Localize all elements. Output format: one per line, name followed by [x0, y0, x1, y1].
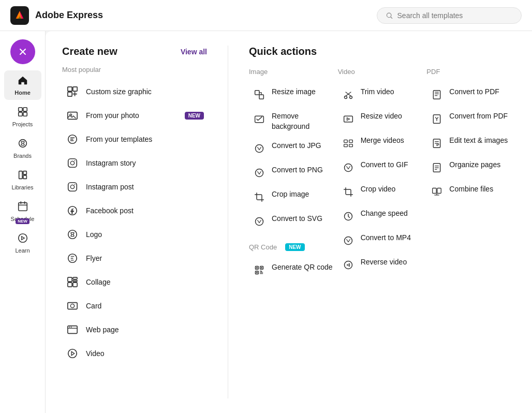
from-templates-label: From your templates	[86, 135, 152, 143]
crop-image-icon	[252, 190, 267, 204]
svg-rect-47	[261, 267, 262, 269]
app-title: Adobe Express	[35, 10, 103, 21]
svg-rect-64	[433, 188, 437, 194]
quick-item-reverse-video[interactable]: Reverse video	[338, 253, 427, 276]
edit-text-images-icon	[430, 136, 444, 151]
brands-icon	[17, 138, 28, 151]
create-item-instagram-post[interactable]: Instagram post	[62, 175, 207, 199]
webpage-icon	[65, 322, 80, 337]
create-item-card[interactable]: Card	[62, 294, 207, 318]
svg-rect-11	[68, 87, 72, 91]
generate-qr-icon	[252, 263, 267, 277]
custom-size-label: Custom size graphic	[86, 87, 152, 96]
create-item-collage[interactable]: Collage	[62, 270, 207, 294]
create-item-from-templates[interactable]: From your templates	[62, 127, 207, 151]
sidebar-item-home[interactable]: Home	[4, 70, 41, 100]
sidebar-item-projects[interactable]: Projects	[4, 102, 41, 131]
svg-point-59	[344, 261, 352, 269]
quick-item-edit-text-images[interactable]: Edit text & images	[426, 131, 515, 155]
quick-item-convert-from-pdf[interactable]: Convert from PDF	[426, 107, 515, 130]
quick-actions-title: Quick actions	[249, 46, 515, 57]
svg-rect-13	[68, 92, 72, 96]
sidebar-item-schedule[interactable]: Schedule NEW	[4, 197, 41, 226]
create-item-custom-size[interactable]: Custom size graphic	[62, 80, 207, 104]
search-input[interactable]	[397, 11, 513, 20]
quick-item-convert-to-pdf[interactable]: Convert to PDF	[426, 83, 515, 106]
webpage-label: Web page	[86, 326, 119, 334]
quick-item-crop-video[interactable]: Crop video	[338, 180, 427, 203]
svg-point-50	[349, 96, 352, 99]
sidebar-item-learn[interactable]: Learn	[4, 228, 41, 258]
resize-video-icon	[341, 112, 356, 126]
resize-image-icon	[252, 87, 267, 102]
quick-item-organize-pages[interactable]: Organize pages	[426, 156, 515, 179]
svg-rect-1	[18, 108, 22, 111]
sidebar-item-libraries[interactable]: Libraries	[4, 165, 41, 195]
svg-rect-38	[259, 95, 263, 99]
crop-image-label: Crop image	[272, 189, 309, 200]
create-item-video[interactable]: Video	[62, 342, 207, 365]
quick-item-convert-svg[interactable]: Convert to SVG	[249, 210, 338, 233]
create-item-logo[interactable]: Logo	[62, 223, 207, 246]
svg-rect-65	[437, 188, 441, 194]
quick-item-merge-videos[interactable]: Merge videos	[338, 131, 427, 155]
resize-image-label: Resize image	[272, 87, 316, 97]
quick-item-remove-bg[interactable]: Remove background	[249, 107, 338, 136]
create-item-flyer[interactable]: Flyer	[62, 246, 207, 270]
quick-item-resize-image[interactable]: Resize image	[249, 83, 338, 106]
svg-point-35	[71, 327, 72, 328]
svg-rect-4	[23, 112, 26, 116]
convert-png-label: Convert to PNG	[272, 165, 323, 175]
svg-rect-27	[73, 277, 77, 279]
svg-point-41	[256, 169, 263, 177]
quick-item-combine-files[interactable]: Combine files	[426, 180, 515, 203]
svg-rect-37	[255, 91, 259, 95]
create-item-instagram-story[interactable]: Instagram story	[62, 151, 207, 175]
quick-item-convert-mp4[interactable]: Convert to MP4	[338, 229, 427, 252]
generate-qr-label: Generate QR code	[272, 262, 333, 273]
from-photo-label: From your photo	[86, 111, 139, 120]
sidebar-projects-label: Projects	[12, 121, 33, 127]
section-divider	[228, 46, 228, 399]
quick-item-change-speed[interactable]: Change speed	[338, 204, 427, 228]
svg-rect-9	[18, 203, 27, 211]
view-all-link[interactable]: View all	[181, 48, 207, 56]
quick-item-convert-jpg[interactable]: Convert to JPG	[249, 137, 338, 160]
svg-point-56	[344, 164, 352, 172]
svg-point-36	[68, 349, 77, 358]
svg-point-58	[344, 237, 352, 245]
app-logo[interactable]	[10, 6, 29, 25]
search-bar[interactable]	[377, 7, 522, 24]
svg-rect-28	[73, 280, 77, 282]
create-item-from-photo[interactable]: From your photo NEW	[62, 104, 207, 127]
edit-text-images-label: Edit text & images	[449, 136, 508, 146]
quick-actions-columns: Image Resize image Remove background	[249, 68, 515, 283]
create-item-facebook-post[interactable]: Facebook post	[62, 199, 207, 223]
organize-pages-icon	[430, 160, 444, 175]
convert-from-pdf-icon	[430, 112, 444, 126]
remove-bg-icon	[252, 112, 267, 126]
video-icon	[65, 346, 80, 361]
quick-item-convert-gif[interactable]: Convert to GIF	[338, 156, 427, 179]
schedule-icon	[17, 201, 28, 214]
quick-item-generate-qr[interactable]: Generate QR code	[249, 258, 338, 282]
create-item-webpage[interactable]: Web page	[62, 318, 207, 342]
content-area: Create new View all Most popular Custom …	[46, 31, 532, 413]
svg-rect-55	[349, 144, 352, 147]
libraries-icon	[17, 169, 28, 182]
convert-to-pdf-icon	[430, 87, 444, 102]
convert-gif-icon	[341, 160, 356, 175]
quick-item-trim-video[interactable]: Trim video	[338, 83, 427, 106]
quick-col-pdf: PDF Convert to PDF Convert from PDF	[426, 68, 515, 283]
svg-point-10	[18, 234, 27, 243]
sidebar-item-brands[interactable]: Brands	[4, 134, 41, 163]
sidebar-close-button[interactable]	[10, 39, 35, 64]
svg-rect-51	[344, 116, 352, 122]
quick-item-crop-image[interactable]: Crop image	[249, 185, 338, 209]
qr-new-badge: NEW	[285, 243, 304, 251]
svg-point-40	[256, 145, 263, 153]
svg-rect-52	[344, 140, 347, 142]
quick-item-convert-png[interactable]: Convert to PNG	[249, 161, 338, 184]
convert-svg-label: Convert to SVG	[272, 214, 322, 224]
quick-item-resize-video[interactable]: Resize video	[338, 107, 427, 130]
